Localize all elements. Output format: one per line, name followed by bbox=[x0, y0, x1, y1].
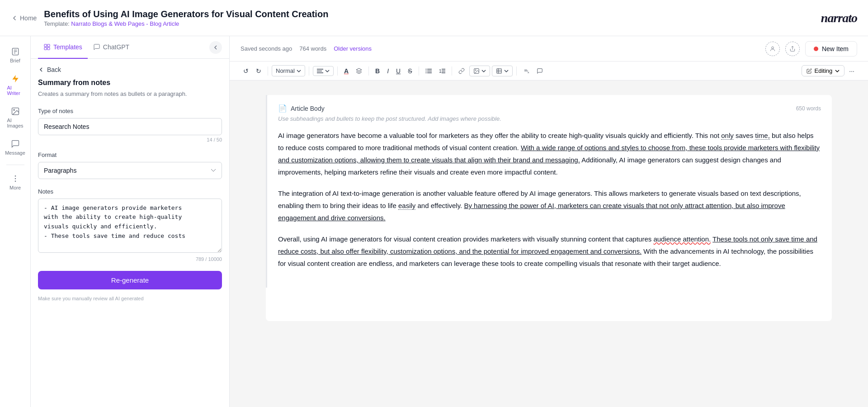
sidebar-collapse-button[interactable] bbox=[209, 41, 222, 54]
sidebar-panel: Templates ChatGPT Back Summary from note… bbox=[31, 36, 230, 407]
format-section: Format Paragraphs Bullets bbox=[38, 151, 222, 179]
notes-textarea[interactable]: - AI image generators provide marketers … bbox=[38, 199, 222, 253]
italic-button[interactable]: I bbox=[384, 66, 392, 76]
notes-char-count: 789 / 10000 bbox=[38, 256, 222, 262]
table-icon bbox=[496, 68, 502, 74]
editing-mode-button[interactable]: Editing bbox=[802, 65, 845, 76]
dots-icon bbox=[11, 174, 20, 183]
nav-item-brief[interactable]: Brief bbox=[2, 43, 29, 67]
saved-label: Saved seconds ago bbox=[241, 45, 292, 52]
nav-ai-writer-label: AI Writer bbox=[7, 85, 24, 96]
editor-content: 📄 Article Body 650 words Use subheadings… bbox=[230, 80, 868, 407]
user-action-button[interactable] bbox=[765, 42, 780, 56]
comment-button[interactable] bbox=[534, 66, 546, 76]
older-versions-link[interactable]: Older versions bbox=[334, 45, 372, 52]
link-button[interactable] bbox=[456, 66, 467, 76]
paragraph-1: AI image generators have become a valuab… bbox=[278, 129, 821, 178]
align-select[interactable] bbox=[313, 66, 334, 76]
article-body-icon: 📄 bbox=[278, 104, 287, 113]
new-item-button[interactable]: New Item bbox=[805, 41, 857, 57]
lightning-icon bbox=[11, 74, 20, 83]
font-color-button[interactable]: A bbox=[341, 66, 351, 76]
editor-actions: New Item bbox=[765, 41, 857, 57]
back-link[interactable]: Back bbox=[38, 66, 222, 73]
nav-brief-label: Brief bbox=[10, 58, 20, 63]
table-chevron-icon bbox=[504, 69, 509, 73]
type-of-notes-char-count: 14 / 50 bbox=[38, 137, 222, 142]
type-of-notes-input[interactable] bbox=[38, 118, 222, 135]
main-layout: Brief AI Writer AI Images Message More T… bbox=[0, 36, 868, 407]
share-icon bbox=[789, 46, 796, 52]
chat-icon bbox=[11, 139, 20, 148]
page-subtitle: Template: Narrato Blogs & Web Pages - Bl… bbox=[44, 20, 328, 27]
article-body[interactable]: AI image generators have become a valuab… bbox=[278, 129, 821, 270]
chatgpt-tab-label: ChatGPT bbox=[103, 43, 129, 51]
share-action-button[interactable] bbox=[785, 42, 800, 56]
nav-divider bbox=[6, 165, 24, 165]
undo-button[interactable]: ↺ bbox=[241, 66, 251, 76]
type-of-notes-label: Type of notes bbox=[38, 108, 222, 114]
image-icon bbox=[11, 107, 20, 116]
svg-point-8 bbox=[14, 181, 16, 182]
word-count: 764 words bbox=[299, 45, 326, 52]
bullet-list-button[interactable] bbox=[423, 66, 434, 76]
template-prefix: Template: bbox=[44, 20, 71, 27]
nav-item-ai-images[interactable]: AI Images bbox=[2, 103, 29, 132]
editor-topbar: Saved seconds ago 764 words Older versio… bbox=[230, 36, 868, 62]
page-title: Benefits of Using AI Image Generators fo… bbox=[44, 9, 328, 19]
back-arrow-icon bbox=[38, 66, 44, 73]
tab-templates[interactable]: Templates bbox=[38, 36, 88, 59]
nav-message-label: Message bbox=[5, 150, 25, 156]
underline-easily: easily bbox=[398, 202, 415, 210]
regenerate-button[interactable]: Re-generate bbox=[38, 271, 222, 289]
svg-point-19 bbox=[425, 71, 426, 71]
strikethrough-button[interactable]: S bbox=[405, 66, 415, 76]
style-select[interactable]: Normal bbox=[272, 65, 305, 76]
template-link[interactable]: Narrato Blogs & Web Pages - Blog Article bbox=[71, 20, 179, 27]
ordered-list-button[interactable]: 1. bbox=[436, 66, 448, 76]
toolbar-divider-7 bbox=[516, 66, 517, 76]
underline-long-2: By harnessing the power of AI, marketers… bbox=[278, 202, 785, 222]
svg-rect-9 bbox=[44, 44, 47, 47]
redo-button[interactable]: ↻ bbox=[253, 66, 264, 76]
chevron-left-small-icon bbox=[213, 45, 218, 50]
nav-item-ai-writer[interactable]: AI Writer bbox=[2, 71, 29, 99]
underline-time: time, bbox=[755, 132, 770, 140]
editing-chevron-icon bbox=[835, 69, 840, 73]
section-hint: Use subheadings and bullets to keep the … bbox=[278, 115, 821, 122]
underline-button[interactable]: U bbox=[393, 66, 403, 76]
nav-item-message[interactable]: Message bbox=[2, 136, 29, 159]
sidebar-tabs: Templates ChatGPT bbox=[31, 36, 229, 59]
notes-section: Notes - AI image generators provide mark… bbox=[38, 188, 222, 262]
nav-more-label: More bbox=[9, 185, 21, 190]
svg-rect-11 bbox=[44, 47, 47, 50]
bold-button[interactable]: B bbox=[373, 66, 382, 76]
link-icon bbox=[458, 68, 465, 74]
back-home-button[interactable]: Home bbox=[11, 14, 37, 22]
top-header: Home Benefits of Using AI Image Generato… bbox=[0, 0, 868, 36]
toolbar-divider-4 bbox=[368, 66, 369, 76]
highlight-button[interactable] bbox=[353, 66, 365, 76]
editor-toolbar: ↺ ↻ Normal A B I U S bbox=[230, 62, 868, 80]
section-word-count: 650 words bbox=[796, 105, 821, 112]
toolbar-divider-3 bbox=[337, 66, 338, 76]
underline-long-1: With a wide range of options and styles … bbox=[278, 144, 820, 164]
image-chevron-icon bbox=[481, 69, 486, 73]
sidebar-content: Back Summary from notes Creates a summar… bbox=[31, 59, 229, 407]
image-select[interactable] bbox=[469, 66, 490, 76]
nav-item-more[interactable]: More bbox=[2, 170, 29, 194]
style-chevron-icon bbox=[297, 69, 301, 73]
template-description: Creates a summary from notes as bullets … bbox=[38, 90, 222, 99]
tab-chatgpt[interactable]: ChatGPT bbox=[88, 36, 135, 59]
more-options-button[interactable]: ··· bbox=[846, 66, 857, 76]
home-label: Home bbox=[20, 14, 37, 22]
align-icon bbox=[317, 68, 323, 74]
table-select[interactable] bbox=[492, 66, 513, 76]
format-select[interactable]: Paragraphs Bullets bbox=[38, 162, 222, 179]
bullet-list-icon bbox=[425, 68, 432, 74]
clear-format-button[interactable] bbox=[520, 66, 532, 76]
page-title-block: Benefits of Using AI Image Generators fo… bbox=[44, 9, 328, 27]
image-toolbar-icon bbox=[473, 68, 480, 74]
svg-point-28 bbox=[475, 70, 476, 71]
comment-icon bbox=[537, 68, 543, 74]
